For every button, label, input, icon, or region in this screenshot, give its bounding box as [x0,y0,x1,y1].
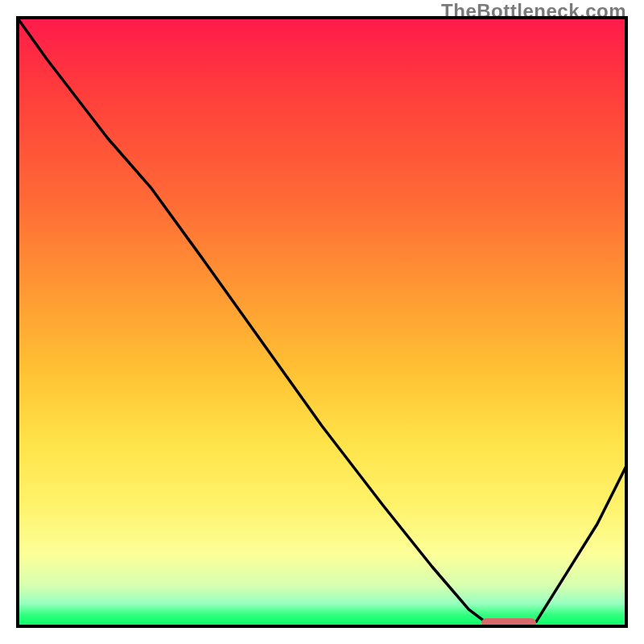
optimal-range-marker [481,618,536,628]
curve-path [16,16,628,628]
bottleneck-curve [16,16,628,628]
chart-frame [16,16,628,628]
